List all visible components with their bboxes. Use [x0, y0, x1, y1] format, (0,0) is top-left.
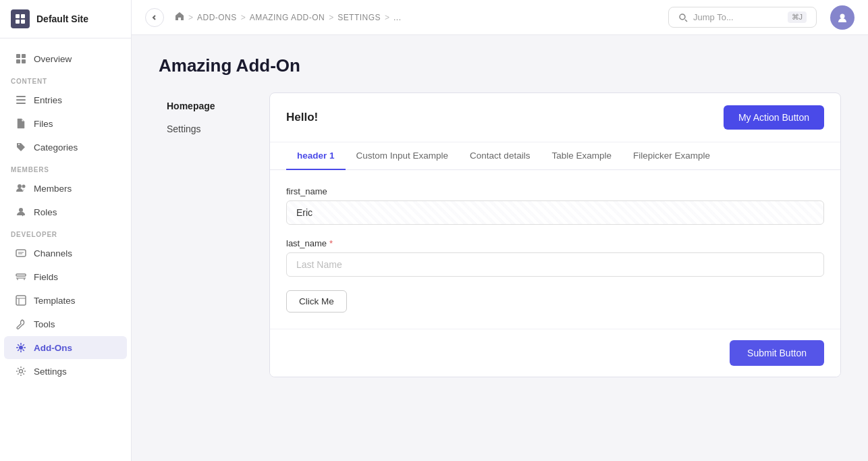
- label-firstname: first_name: [286, 186, 824, 196]
- breadcrumb-sep-1: >: [188, 13, 193, 22]
- form-panel: Hello! My Action Button header 1 Custom …: [269, 92, 841, 377]
- brand-icon: [11, 9, 30, 28]
- action-button[interactable]: My Action Button: [724, 105, 824, 130]
- content-area: Amazing Add-On Homepage Settings Hello! …: [132, 35, 868, 461]
- sidebar-label-members: Members: [34, 184, 72, 194]
- sidebar-item-files[interactable]: Files: [4, 112, 127, 135]
- svg-point-17: [19, 346, 23, 350]
- sidebar-item-add-ons[interactable]: Add-Ons: [4, 336, 127, 359]
- page-body: Homepage Settings Hello! My Action Butto…: [159, 92, 841, 377]
- breadcrumb-home-icon[interactable]: [175, 11, 184, 23]
- sidebar-label-templates: Templates: [34, 296, 76, 306]
- svg-rect-6: [16, 59, 20, 63]
- svg-rect-15: [16, 274, 26, 276]
- form-group-lastname: last_name *: [286, 238, 824, 277]
- svg-rect-1: [21, 14, 25, 18]
- svg-rect-0: [16, 14, 20, 18]
- sub-nav-homepage[interactable]: Homepage: [159, 95, 253, 117]
- templates-icon: [15, 294, 27, 306]
- sidebar-item-templates[interactable]: Templates: [4, 289, 127, 312]
- members-icon: [15, 182, 27, 194]
- roles-icon: [15, 206, 27, 218]
- svg-rect-7: [22, 59, 26, 63]
- topbar: > ADD-ONS > AMAZING ADD-ON > SETTINGS > …: [132, 0, 868, 35]
- svg-point-13: [19, 208, 23, 212]
- jump-shortcut: ⌘J: [788, 11, 807, 23]
- svg-rect-14: [16, 250, 26, 256]
- sidebar-item-channels[interactable]: Channels: [4, 242, 127, 265]
- fields-icon: [15, 271, 27, 283]
- tab-custom-input[interactable]: Custom Input Example: [346, 142, 460, 170]
- sidebar-label-fields: Fields: [34, 272, 58, 282]
- input-firstname[interactable]: [286, 200, 824, 225]
- back-button[interactable]: [145, 8, 164, 27]
- files-icon: [15, 117, 27, 130]
- sidebar-item-categories[interactable]: Categories: [4, 136, 127, 159]
- sidebar-item-overview[interactable]: Overview: [4, 47, 127, 70]
- form-group-firstname: first_name: [286, 186, 824, 225]
- avatar[interactable]: [830, 5, 855, 30]
- section-label-content: CONTENT: [0, 71, 131, 88]
- tab-contact[interactable]: Contact details: [459, 142, 541, 170]
- tag-icon: [15, 141, 27, 153]
- breadcrumb-sep-2: >: [241, 13, 246, 22]
- overview-icon: [15, 53, 27, 65]
- breadcrumb: > ADD-ONS > AMAZING ADD-ON > SETTINGS > …: [175, 11, 663, 23]
- form-body: first_name last_name * Click Me: [270, 170, 840, 329]
- sidebar-item-roles[interactable]: Roles: [4, 200, 127, 223]
- list-icon: [15, 94, 27, 106]
- svg-rect-5: [22, 54, 26, 58]
- tab-filepicker[interactable]: Filepicker Example: [622, 142, 721, 170]
- breadcrumb-amazing[interactable]: AMAZING ADD-ON: [250, 13, 325, 22]
- breadcrumb-ellipsis[interactable]: ...: [394, 13, 401, 22]
- section-label-developer: DEVELOPER: [0, 224, 131, 241]
- channels-icon: [15, 247, 27, 259]
- page-title: Amazing Add-On: [159, 55, 841, 76]
- sidebar-label-add-ons: Add-Ons: [34, 343, 72, 353]
- required-marker: *: [329, 238, 333, 248]
- input-lastname[interactable]: [286, 252, 824, 277]
- svg-point-18: [20, 370, 23, 373]
- card-footer: Submit Button: [270, 329, 840, 377]
- section-label-members: MEMBERS: [0, 159, 131, 176]
- svg-rect-8: [16, 96, 26, 97]
- svg-point-20: [840, 13, 845, 18]
- svg-rect-4: [16, 54, 20, 58]
- svg-rect-10: [16, 103, 26, 104]
- sidebar-label-roles: Roles: [34, 207, 57, 217]
- svg-rect-3: [21, 20, 25, 24]
- sidebar-label-channels: Channels: [34, 248, 72, 259]
- svg-point-11: [18, 184, 22, 188]
- sidebar-label-categories: Categories: [34, 142, 78, 153]
- submit-button[interactable]: Submit Button: [730, 340, 824, 366]
- breadcrumb-settings[interactable]: SETTINGS: [337, 13, 381, 22]
- sidebar-nav: Overview CONTENT Entries Files Categorie…: [0, 38, 131, 461]
- tab-header1[interactable]: header 1: [286, 142, 346, 170]
- addons-icon: [15, 342, 27, 354]
- click-me-button[interactable]: Click Me: [286, 290, 347, 313]
- sidebar-item-tools[interactable]: Tools: [4, 313, 127, 335]
- svg-rect-16: [16, 296, 26, 305]
- brand-name: Default Site: [36, 13, 88, 24]
- sidebar-item-entries[interactable]: Entries: [4, 88, 127, 111]
- breadcrumb-addons[interactable]: ADD-ONS: [197, 13, 237, 22]
- card-hello: Hello!: [286, 111, 318, 124]
- sidebar-item-settings[interactable]: Settings: [4, 360, 127, 383]
- breadcrumb-sep-3: >: [329, 13, 333, 22]
- sub-nav-settings[interactable]: Settings: [159, 118, 253, 140]
- jump-to-field[interactable]: Jump To... ⌘J: [668, 7, 817, 28]
- label-lastname: last_name *: [286, 238, 824, 248]
- sub-nav: Homepage Settings: [159, 92, 253, 377]
- tab-table[interactable]: Table Example: [541, 142, 622, 170]
- tabs: header 1 Custom Input Example Contact de…: [270, 142, 840, 170]
- sidebar-label-entries: Entries: [34, 95, 62, 105]
- sidebar-item-fields[interactable]: Fields: [4, 265, 127, 288]
- main-area: > ADD-ONS > AMAZING ADD-ON > SETTINGS > …: [132, 0, 868, 461]
- brand[interactable]: Default Site: [0, 0, 131, 38]
- card-header: Hello! My Action Button: [270, 93, 840, 142]
- sidebar-label-overview: Overview: [34, 54, 72, 64]
- svg-rect-2: [16, 20, 20, 24]
- sidebar-item-members[interactable]: Members: [4, 177, 127, 200]
- breadcrumb-sep-4: >: [385, 13, 389, 22]
- sidebar: Default Site Overview CONTENT Entries Fi…: [0, 0, 132, 461]
